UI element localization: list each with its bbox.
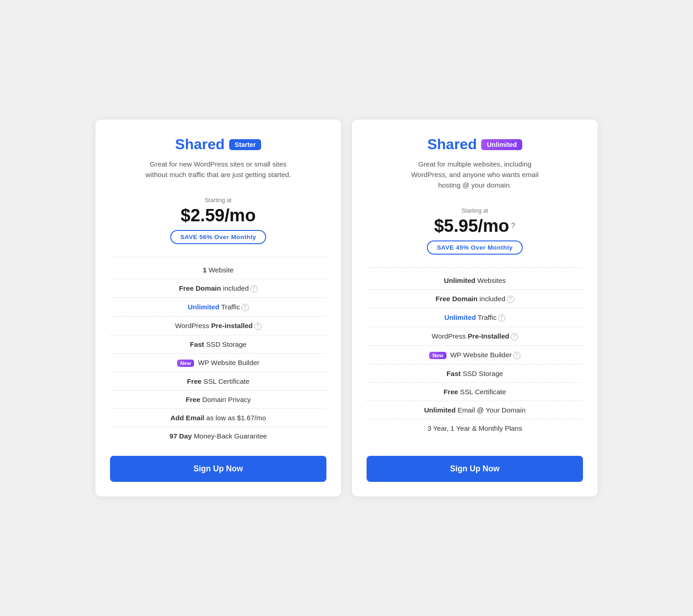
feature-info-icon[interactable]: ?: [513, 352, 520, 359]
card-header: SharedStarterGreat for new WordPress sit…: [110, 136, 326, 189]
card-title-row: SharedStarter: [110, 136, 326, 153]
signup-button[interactable]: Sign Up Now: [367, 456, 583, 482]
starting-at-label: Starting at: [110, 197, 326, 204]
feature-item: Unlimited Traffic?: [367, 308, 583, 327]
top-divider: [367, 267, 583, 268]
badge-unlimited: Unlimited: [481, 139, 522, 150]
card-title: Shared: [175, 136, 225, 153]
feature-item: WordPress Pre-Installed?: [367, 327, 583, 346]
price: $2.59/mo: [110, 205, 326, 225]
feature-item: Unlimited Websites: [367, 271, 583, 290]
feature-bold: Unlimited: [188, 303, 219, 311]
feature-bold: Unlimited: [444, 277, 475, 284]
feature-bold: Unlimited: [424, 406, 456, 414]
feature-item: Free Domain Privacy: [110, 391, 326, 409]
features-list: 1 WebsiteFree Domain included?Unlimited …: [110, 261, 326, 445]
new-badge: New: [177, 360, 194, 367]
feature-bold: Free: [186, 396, 200, 403]
feature-info-icon[interactable]: ?: [511, 333, 518, 340]
feature-info-icon[interactable]: ?: [507, 296, 514, 303]
feature-bold: Unlimited: [444, 313, 476, 321]
price: $5.95/mo?: [367, 216, 583, 236]
card-title: Shared: [427, 136, 477, 153]
new-badge: New: [429, 352, 446, 359]
signup-button[interactable]: Sign Up Now: [110, 456, 326, 482]
feature-bold: Free Domain: [436, 295, 478, 303]
save-badge[interactable]: SAVE 56% Over Monthly: [170, 230, 266, 244]
pricing-section: Starting at$2.59/moSAVE 56% Over Monthly: [110, 197, 326, 244]
feature-bold: Fast: [190, 340, 204, 348]
feature-bold: Pre-Installed: [467, 332, 509, 340]
card-description: Great for multiple websites, including W…: [402, 159, 548, 190]
feature-item: Free SSL Certificate: [110, 372, 326, 391]
feature-item: 97 Day Money-Back Guarantee: [110, 427, 326, 445]
card-description: Great for new WordPress sites or small s…: [145, 159, 291, 180]
feature-item: Unlimited Traffic?: [110, 298, 326, 317]
feature-item: Unlimited Email @ Your Domain: [367, 401, 583, 419]
feature-item: New WP Website Builder: [110, 354, 326, 372]
save-badge[interactable]: SAVE 45% Over Monthly: [427, 240, 523, 255]
feature-item: WordPress Pre-installed?: [110, 317, 326, 335]
feature-bold: Pre-installed: [211, 322, 252, 329]
feature-bold: Free Domain: [179, 284, 221, 292]
feature-item: Free Domain included?: [110, 279, 326, 298]
feature-item: Free SSL Certificate: [367, 383, 583, 401]
feature-bold: 97 Day: [169, 432, 192, 440]
feature-info-icon[interactable]: ?: [498, 314, 505, 322]
feature-info-icon[interactable]: ?: [254, 323, 262, 330]
feature-item: 3 Year, 1 Year & Monthly Plans: [367, 419, 583, 437]
feature-info-icon[interactable]: ?: [250, 285, 257, 292]
pricing-section: Starting at$5.95/mo?SAVE 45% Over Monthl…: [367, 207, 583, 255]
feature-item: Fast SSD Storage: [367, 365, 583, 383]
feature-bold: Add Email: [170, 414, 204, 422]
card-title-row: SharedUnlimited: [367, 136, 583, 153]
feature-bold: Free: [187, 377, 201, 385]
feature-item: Add Email as low as $1.67/mo: [110, 409, 326, 427]
features-list: Unlimited WebsitesFree Domain included?U…: [367, 271, 583, 445]
top-divider: [110, 257, 326, 257]
feature-info-icon[interactable]: ?: [242, 304, 249, 311]
feature-item: New WP Website Builder?: [367, 346, 583, 365]
card-header: SharedUnlimitedGreat for multiple websit…: [367, 136, 583, 199]
starting-at-label: Starting at: [367, 207, 583, 214]
feature-item: Free Domain included?: [367, 290, 583, 308]
pricing-card-starter: SharedStarterGreat for new WordPress sit…: [95, 120, 341, 496]
pricing-card-unlimited: SharedUnlimitedGreat for multiple websit…: [352, 120, 598, 496]
price-info-icon[interactable]: ?: [511, 222, 515, 230]
feature-item: Fast SSD Storage: [110, 335, 326, 354]
feature-bold: Free: [443, 388, 458, 396]
feature-bold: Fast: [446, 370, 461, 377]
pricing-cards-container: SharedStarterGreat for new WordPress sit…: [95, 120, 598, 496]
feature-bold: 1: [203, 266, 206, 274]
feature-item: 1 Website: [110, 261, 326, 279]
badge-starter: Starter: [229, 139, 261, 150]
